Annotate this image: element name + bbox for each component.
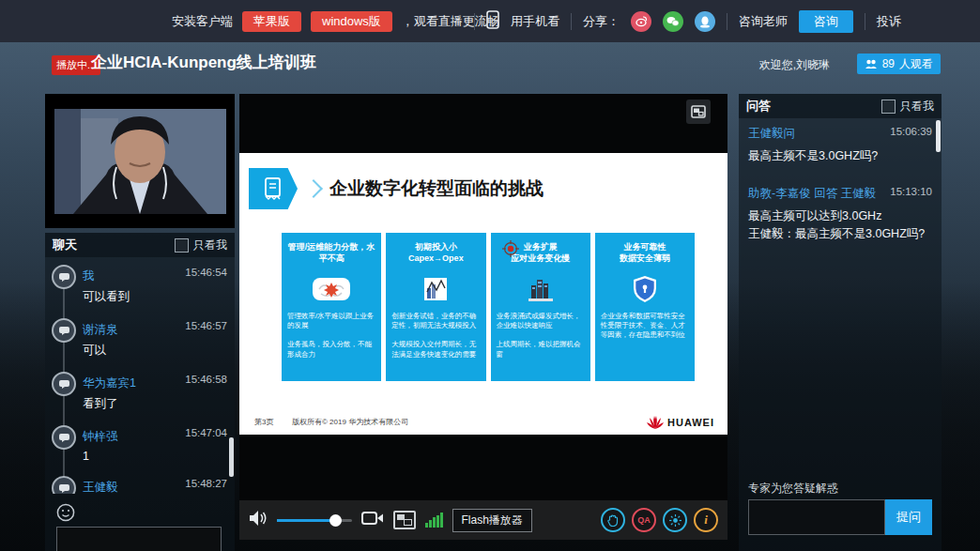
chat-only-me-label: 只看我 — [193, 237, 227, 253]
qq-share-icon[interactable] — [695, 11, 715, 32]
welcome-text: 欢迎您,刘晓琳 — [759, 57, 830, 73]
qa-author: 王健毅问 — [748, 127, 795, 140]
consult-button[interactable]: 咨询 — [799, 10, 853, 33]
chat-author: 谢清泉 — [83, 323, 118, 336]
qa-header: 问答 只看我 — [739, 94, 942, 118]
page-title: 企业HCIA-Kunpeng线上培训班 — [91, 52, 316, 73]
card-body: 管理效率/水平难以跟上业务的发展 业务孤岛，投入分散，不能形成合力 — [287, 312, 375, 360]
chat-author: 王健毅 — [83, 481, 118, 494]
card-expansion: 业务扩展 应对业务变化慢 业务浪涌式或爆发式增长，企业难以快速响应 上线周期长，… — [491, 233, 590, 381]
presenter-webcam-video — [45, 94, 235, 228]
emoji-icon[interactable] — [56, 503, 75, 522]
chat-only-me: 只看我 — [175, 237, 227, 253]
title-strip: 播放中... 企业HCIA-Kunpeng线上培训班 欢迎您,刘晓琳 89 人观… — [0, 42, 980, 94]
security-shield-icon — [601, 270, 689, 308]
card-body: 业务浪涌式或爆发式增长，企业难以快速响应 上线周期长，难以把握机会窗 — [497, 312, 585, 360]
viewers-badge: 89 人观看 — [857, 54, 941, 74]
info-button[interactable]: i — [694, 508, 718, 532]
chat-bubble-icon — [52, 476, 76, 494]
huawei-wordmark: HUAWEI — [667, 417, 714, 428]
viewers-icon — [865, 59, 878, 69]
chat-message: 钟梓强 15:47:04 1 — [83, 427, 227, 463]
qa-panel: 问答 只看我 王健毅问 15:06:39 最高主频不是3.0GHZ吗? 助教-李… — [739, 94, 942, 551]
card-investment: 初期投入小 Capex→Opex 创新业务试错，业务的不确定性，初期无法大规模投… — [386, 233, 485, 381]
wechat-share-icon[interactable] — [663, 11, 683, 32]
chat-text: 可以看到 — [83, 289, 227, 305]
presenter-person — [54, 109, 226, 214]
qa-button[interactable]: QA — [632, 508, 656, 532]
chat-message: 谢清泉 15:46:57 可以 — [83, 320, 227, 359]
settings-brightness-button[interactable] — [663, 508, 687, 532]
card-reliability: 业务可靠性 数据安全薄弱 企业业务和数据可靠性安全性受限于技术、资金、人才等因素… — [595, 233, 695, 381]
card-body: 企业业务和数据可靠性安全性受限于技术、资金、人才等因素，存在隐患和不到位 — [601, 312, 689, 340]
slide-title: 企业数字化转型面临的挑战 — [329, 176, 544, 201]
qa-only-me-label: 只看我 — [900, 99, 934, 115]
chat-time: 15:48:27 — [185, 478, 227, 489]
signal-strength-icon — [425, 513, 443, 528]
swap-layout-icon[interactable] — [686, 99, 711, 124]
chat-message: 华为嘉宾1 15:46:58 看到了 — [83, 374, 227, 412]
complaint-link[interactable]: 投诉 — [877, 13, 901, 30]
chat-panel: 聊天 只看我 我 15:46:54 可以看到 谢清泉 15:46:57 可以 华… — [45, 233, 235, 551]
qa-message: 王健毅问 15:06:39 最高主频不是3.0GHZ吗? — [748, 126, 932, 165]
huawei-logo: HUAWEI — [647, 415, 714, 430]
chat-header: 聊天 只看我 — [45, 233, 235, 257]
qa-time: 15:13:10 — [890, 186, 932, 197]
ask-question-button[interactable]: 提问 — [885, 499, 932, 535]
top-bar: 安装客户端 苹果版 windows版 ，观看直播更流畅 用手机看 分享： 咨询老… — [0, 0, 980, 42]
volume-fill — [277, 519, 335, 522]
chat-bubble-icon — [52, 318, 76, 343]
challenge-cards: 管理/运维能力分散，水平不高 管理效率/水平难以跟上业务的发展 业务孤岛，投入分… — [282, 233, 695, 381]
chat-text: 可以 — [83, 343, 227, 359]
management-brain-icon — [287, 270, 375, 308]
qa-prompt-label: 专家为您答疑解惑 — [748, 481, 838, 497]
card-management: 管理/运维能力分散，水平不高 管理效率/水平难以跟上业务的发展 业务孤岛，投入分… — [282, 233, 381, 381]
flash-player-label: Flash播放器 — [452, 509, 532, 532]
volume-slider[interactable] — [277, 519, 352, 522]
qa-message: 助教-李嘉俊 回答 王健毅 15:13:10 最高主频可以达到3.0GHz 王健… — [748, 186, 932, 243]
qa-scrollbar-thumb[interactable] — [936, 120, 941, 152]
slide-page-number: 第3页 — [254, 417, 273, 427]
qa-only-me: 只看我 — [881, 99, 934, 115]
chevron-right-icon — [304, 179, 323, 198]
divider — [571, 13, 572, 30]
windows-version-button[interactable]: windows版 — [311, 11, 392, 32]
consult-teacher-label: 咨询老师 — [739, 13, 788, 30]
qa-message-list[interactable]: 王健毅问 15:06:39 最高主频不是3.0GHZ吗? 助教-李嘉俊 回答 王… — [739, 118, 942, 270]
pip-swap-icon[interactable] — [393, 511, 416, 529]
qa-title: 问答 — [746, 98, 771, 115]
chat-only-me-checkbox[interactable] — [175, 238, 189, 253]
weibo-share-icon[interactable] — [631, 11, 651, 32]
player-controls: Flash播放器 QA i — [239, 500, 727, 540]
qa-text: 最高主频不是3.0GHZ吗? — [748, 147, 932, 165]
chat-title: 聊天 — [53, 237, 77, 253]
chat-time: 15:47:04 — [185, 427, 227, 438]
chat-input[interactable] — [56, 527, 222, 551]
raise-hand-button[interactable] — [601, 508, 625, 532]
speaker-icon[interactable] — [249, 510, 268, 530]
qa-only-me-checkbox[interactable] — [881, 99, 896, 114]
chat-message: 王健毅 15:48:27 1 — [83, 478, 227, 494]
volume-knob[interactable] — [329, 514, 342, 527]
card-body: 创新业务试错，业务的不确定性，初期无法大规模投入 大规模投入交付周期长，无法满足… — [391, 312, 480, 360]
question-input[interactable] — [748, 499, 885, 535]
presentation-player: 企业数字化转型面临的挑战 管理/运维能力分散，水平不高 管理效率/水平难以跟上业… — [239, 94, 727, 540]
camera-icon[interactable] — [361, 511, 384, 529]
mobile-watch-link[interactable]: 用手机看 — [511, 13, 559, 30]
buildings-icon — [497, 270, 585, 308]
slide-canvas: 企业数字化转型面临的挑战 管理/运维能力分散，水平不高 管理效率/水平难以跟上业… — [239, 153, 727, 435]
apple-version-button[interactable]: 苹果版 — [242, 11, 301, 32]
chat-time: 15:46:54 — [185, 267, 227, 278]
phone-icon — [486, 10, 499, 32]
chat-text: 1 — [83, 450, 227, 463]
chat-message-list[interactable]: 我 15:46:54 可以看到 谢清泉 15:46:57 可以 华为嘉宾1 15… — [45, 257, 235, 494]
qa-author: 助教-李嘉俊 回答 王健毅 — [748, 187, 876, 200]
divider — [474, 13, 475, 30]
divider — [865, 13, 865, 30]
document-icon — [249, 168, 298, 209]
divider — [727, 13, 727, 30]
chat-text: 看到了 — [83, 396, 227, 412]
huawei-flower-icon — [647, 415, 664, 430]
chat-scrollbar-thumb[interactable] — [229, 437, 234, 477]
slide-title-row: 企业数字化转型面临的挑战 — [249, 168, 544, 209]
